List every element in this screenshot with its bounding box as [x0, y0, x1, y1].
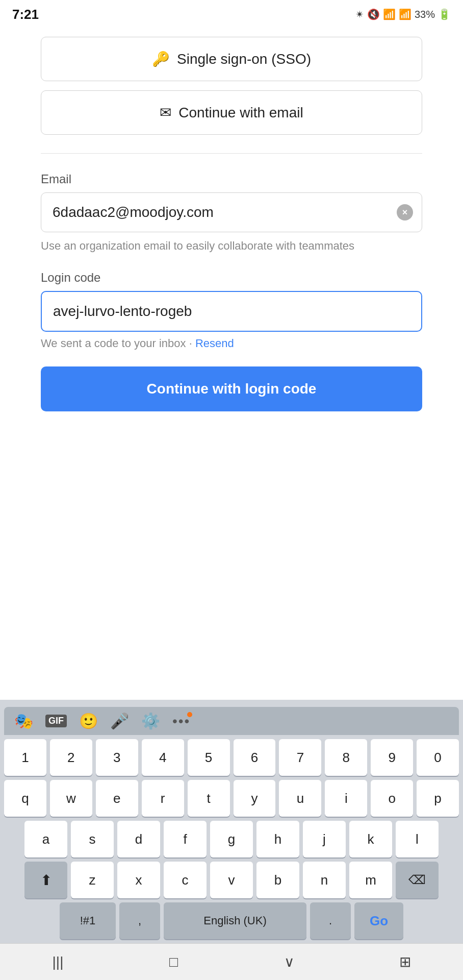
key-n[interactable]: n [303, 862, 346, 898]
continue-with-email-label: Continue with email [178, 105, 303, 121]
mic-icon[interactable]: 🎤 [110, 712, 129, 730]
battery-percent: 33% [415, 9, 435, 20]
keyboard-row-asdf: a s d f g h j k l [4, 821, 459, 857]
login-code-helper: We sent a code to your inbox · Resend [41, 337, 422, 350]
email-label: Email [41, 172, 422, 186]
key-b[interactable]: b [256, 862, 299, 898]
key-space[interactable]: English (UK) [164, 902, 306, 939]
nav-back-icon[interactable]: ∨ [274, 947, 305, 977]
keyboard-row-zxcv: ⬆ z x c v b n m ⌫ [4, 862, 459, 898]
key-3[interactable]: 3 [96, 739, 138, 776]
settings-icon[interactable]: ⚙️ [141, 712, 160, 730]
keyboard-row-bottom: !#1 , English (UK) . Go [4, 902, 459, 939]
key-9[interactable]: 9 [371, 739, 413, 776]
status-bar: 7:21 ✴ 🔇 📶 📶 33% 🔋 [0, 0, 463, 27]
key-7[interactable]: 7 [279, 739, 321, 776]
key-f[interactable]: f [164, 821, 207, 857]
key-i[interactable]: i [325, 780, 367, 817]
key-period[interactable]: . [310, 902, 351, 939]
key-icon: 🔑 [152, 51, 170, 67]
continue-with-login-code-button[interactable]: Continue with login code [41, 366, 422, 411]
login-code-label: Login code [41, 271, 422, 285]
login-code-input-wrapper [41, 291, 422, 332]
key-z[interactable]: z [71, 862, 114, 898]
key-5[interactable]: 5 [188, 739, 230, 776]
main-content: 🔑 Single sign-on (SSO) ✉ Continue with e… [0, 27, 463, 700]
key-g[interactable]: g [210, 821, 253, 857]
key-q[interactable]: q [4, 780, 46, 817]
key-p[interactable]: p [417, 780, 459, 817]
nav-apps-icon[interactable]: ⊞ [390, 947, 421, 977]
key-v[interactable]: v [210, 862, 253, 898]
sso-button[interactable]: 🔑 Single sign-on (SSO) [41, 37, 422, 81]
emoji-icon[interactable]: 🙂 [79, 712, 98, 730]
key-d[interactable]: d [117, 821, 160, 857]
key-t[interactable]: t [188, 780, 230, 817]
email-input-wrapper: × [41, 192, 422, 232]
status-icons: ✴ 🔇 📶 📶 33% 🔋 [355, 8, 451, 20]
key-m[interactable]: m [349, 862, 392, 898]
key-o[interactable]: o [371, 780, 413, 817]
sso-button-label: Single sign-on (SSO) [177, 51, 311, 67]
key-shift[interactable]: ⬆ [24, 862, 67, 898]
signal-icon: 📶 [399, 8, 411, 20]
nav-home-icon[interactable]: □ [159, 947, 189, 977]
key-s[interactable]: s [71, 821, 114, 857]
key-r[interactable]: r [142, 780, 184, 817]
key-a[interactable]: a [24, 821, 67, 857]
more-icon[interactable]: ••• [172, 713, 190, 729]
key-k[interactable]: k [349, 821, 392, 857]
clear-email-icon[interactable]: × [397, 204, 413, 220]
key-8[interactable]: 8 [325, 739, 367, 776]
envelope-icon: ✉ [160, 104, 171, 121]
continue-login-code-label: Continue with login code [147, 381, 317, 397]
key-2[interactable]: 2 [50, 739, 92, 776]
keyboard-area: 🎭 GIF 🙂 🎤 ⚙️ ••• 1 2 3 4 5 6 7 8 9 0 q w… [0, 700, 463, 943]
login-code-input[interactable] [41, 291, 422, 332]
keyboard-row-numbers: 1 2 3 4 5 6 7 8 9 0 [4, 739, 459, 776]
gif-icon[interactable]: GIF [45, 715, 67, 727]
email-helper-text: Use an organization email to easily coll… [41, 237, 422, 254]
nav-bar: ||| □ ∨ ⊞ [0, 943, 463, 980]
key-0[interactable]: 0 [417, 739, 459, 776]
status-time: 7:21 [12, 7, 39, 22]
key-l[interactable]: l [396, 821, 439, 857]
key-6[interactable]: 6 [234, 739, 276, 776]
resend-link[interactable]: Resend [195, 337, 234, 350]
keyboard-row-qwerty: q w e r t y u i o p [4, 780, 459, 817]
key-x[interactable]: x [117, 862, 160, 898]
email-input[interactable] [41, 192, 422, 232]
key-symbols[interactable]: !#1 [60, 902, 116, 939]
divider [41, 153, 422, 154]
key-go[interactable]: Go [354, 902, 403, 939]
key-e[interactable]: e [96, 780, 138, 817]
battery-icon: 🔋 [438, 8, 451, 20]
keyboard-toolbar: 🎭 GIF 🙂 🎤 ⚙️ ••• [4, 707, 459, 735]
key-w[interactable]: w [50, 780, 92, 817]
key-j[interactable]: j [303, 821, 346, 857]
key-c[interactable]: c [164, 862, 207, 898]
key-4[interactable]: 4 [142, 739, 184, 776]
key-y[interactable]: y [234, 780, 276, 817]
key-comma[interactable]: , [119, 902, 160, 939]
continue-with-email-button[interactable]: ✉ Continue with email [41, 90, 422, 135]
stickers-icon[interactable]: 🎭 [14, 712, 33, 730]
nav-menu-icon[interactable]: ||| [43, 947, 73, 977]
key-1[interactable]: 1 [4, 739, 46, 776]
bluetooth-icon: ✴ [355, 8, 364, 20]
keyboard-rows: 1 2 3 4 5 6 7 8 9 0 q w e r t y u i o p … [4, 739, 459, 939]
key-u[interactable]: u [279, 780, 321, 817]
key-h[interactable]: h [256, 821, 299, 857]
key-backspace[interactable]: ⌫ [396, 862, 439, 898]
wifi-icon: 📶 [383, 8, 396, 20]
sound-off-icon: 🔇 [367, 8, 380, 20]
